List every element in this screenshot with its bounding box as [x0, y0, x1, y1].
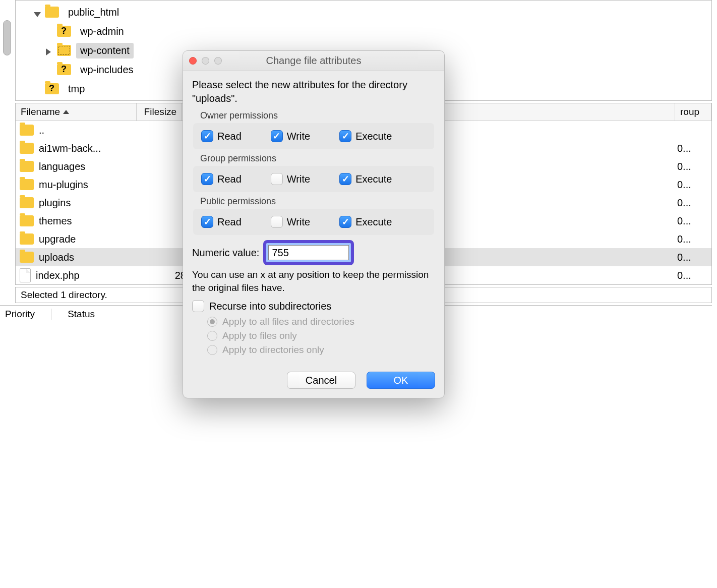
row-filename: index.php — [36, 270, 146, 281]
cancel-button-label: Cancel — [306, 375, 337, 386]
row-group: 0... — [677, 179, 711, 191]
public-permissions-label: Public permissions — [200, 196, 435, 207]
owner-write-checkbox[interactable] — [271, 130, 283, 142]
row-filename: .. — [39, 125, 149, 136]
tree-item-label: public_html — [64, 5, 123, 20]
group-execute-checkbox-row[interactable]: Execute — [339, 173, 392, 185]
recurse-checkbox[interactable] — [192, 300, 204, 312]
folder-icon — [45, 7, 59, 18]
row-group: 0... — [677, 197, 711, 209]
file-icon — [20, 268, 31, 282]
public-execute-checkbox-row[interactable]: Execute — [339, 216, 392, 228]
row-group: 0... — [677, 143, 711, 154]
cancel-button[interactable]: Cancel — [287, 372, 355, 389]
disclosure-triangle-icon[interactable] — [34, 8, 42, 16]
numeric-value-highlight — [263, 240, 354, 265]
disclosure-triangle-icon[interactable] — [46, 46, 54, 54]
numeric-value-label: Numeric value: — [192, 247, 259, 259]
minimize-icon — [202, 57, 209, 65]
owner-read-checkbox[interactable] — [201, 130, 213, 142]
row-filename: themes — [39, 215, 149, 227]
perm-label: Read — [217, 173, 242, 185]
column-filesize-label: Filesize — [144, 106, 176, 117]
row-filename: ai1wm-back... — [39, 143, 149, 154]
sort-ascending-icon — [63, 110, 69, 114]
radio-button — [207, 331, 217, 341]
dialog-titlebar[interactable]: Change file attributes — [183, 51, 444, 71]
folder-icon — [20, 125, 34, 136]
radio-label: Apply to directories only — [222, 344, 324, 356]
tree-item-label: wp-admin — [76, 24, 128, 39]
close-icon[interactable] — [189, 57, 197, 65]
group-permissions-label: Group permissions — [200, 153, 435, 164]
folder-icon — [20, 161, 34, 172]
ok-button[interactable]: OK — [367, 372, 435, 389]
perm-label: Write — [287, 216, 310, 228]
row-filename: mu-plugins — [39, 179, 149, 191]
folder-icon — [20, 197, 34, 208]
perm-label: Write — [287, 131, 310, 142]
perm-label: Execute — [355, 131, 392, 142]
bottom-priority-label: Priority — [5, 309, 35, 320]
status-text: Selected 1 directory. — [21, 289, 107, 300]
public-write-checkbox[interactable] — [271, 216, 283, 228]
column-filename[interactable]: Filename — [16, 103, 137, 121]
owner-read-checkbox-row[interactable]: Read — [201, 130, 242, 142]
row-group: 0... — [677, 161, 711, 172]
owner-permissions-label: Owner permissions — [200, 110, 435, 121]
tree-item-label: wp-includes — [76, 62, 138, 78]
dialog-prompt: Please select the new attributes for the… — [192, 78, 435, 105]
folder-icon — [20, 143, 34, 154]
group-write-checkbox-row[interactable]: Write — [271, 173, 310, 185]
perm-label: Execute — [355, 216, 392, 228]
public-write-checkbox-row[interactable]: Write — [271, 216, 310, 228]
tree-item[interactable]: wp-admin — [16, 22, 711, 41]
group-read-checkbox-row[interactable]: Read — [201, 173, 242, 185]
tree-item-label: wp-content — [76, 43, 134, 58]
public-read-checkbox[interactable] — [201, 216, 213, 228]
owner-execute-checkbox[interactable] — [339, 130, 351, 142]
ok-button-label: OK — [394, 375, 408, 386]
public-execute-checkbox[interactable] — [339, 216, 351, 228]
folder-icon — [45, 83, 59, 94]
radio-button — [207, 345, 217, 355]
dialog-title: Change file attributes — [183, 55, 444, 67]
public-read-checkbox-row[interactable]: Read — [201, 216, 242, 228]
folder-icon — [57, 45, 71, 56]
owner-execute-checkbox-row[interactable]: Execute — [339, 130, 392, 142]
public-permissions-group: ReadWriteExecute — [193, 209, 434, 235]
column-filesize[interactable]: Filesize — [137, 103, 182, 121]
folder-icon — [20, 252, 34, 263]
radio-label: Apply to files only — [222, 330, 297, 341]
folder-icon — [57, 26, 71, 37]
recurse-radio-option: Apply to directories only — [207, 344, 435, 356]
row-group: 0... — [677, 215, 711, 227]
group-write-checkbox[interactable] — [271, 173, 283, 185]
owner-write-checkbox-row[interactable]: Write — [271, 130, 310, 142]
numeric-value-input[interactable] — [268, 245, 349, 260]
row-filename: languages — [39, 161, 149, 172]
tree-item[interactable]: public_html — [16, 3, 711, 22]
row-filename: upgrade — [39, 233, 149, 245]
window-controls — [189, 57, 222, 65]
row-group: 0... — [677, 270, 711, 281]
column-filename-label: Filename — [21, 106, 60, 117]
group-read-checkbox[interactable] — [201, 173, 213, 185]
group-execute-checkbox[interactable] — [339, 173, 351, 185]
tree-item-label: tmp — [64, 81, 89, 97]
zoom-icon — [214, 57, 222, 65]
radio-label: Apply to all files and directories — [222, 316, 354, 327]
column-group-label: roup — [680, 106, 699, 117]
bottom-status-label: Status — [68, 309, 95, 320]
folder-icon — [20, 179, 34, 190]
recurse-label: Recurse into subdirectories — [209, 301, 331, 312]
row-group: 0... — [677, 233, 711, 245]
folder-icon — [57, 64, 71, 75]
owner-permissions-group: ReadWriteExecute — [193, 123, 434, 149]
folder-icon — [20, 215, 34, 226]
column-group[interactable]: roup — [675, 103, 711, 121]
group-permissions-group: ReadWriteExecute — [193, 166, 434, 192]
scrollbar-thumb[interactable] — [3, 20, 11, 55]
row-filename: plugins — [39, 197, 149, 209]
recurse-radio-option: Apply to files only — [207, 330, 435, 341]
